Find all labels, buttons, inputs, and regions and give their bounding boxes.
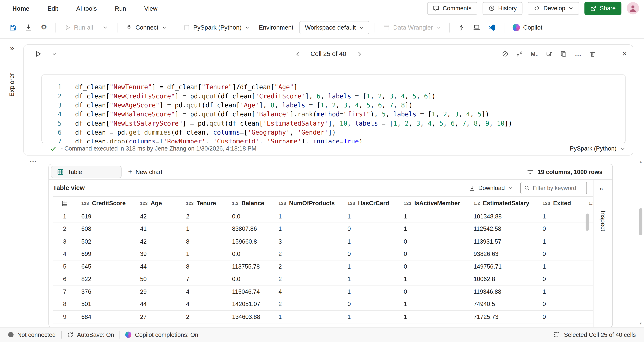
column-header-Balance[interactable]: 1.2Balance <box>227 200 274 207</box>
table-cell[interactable]: 2 <box>181 313 227 320</box>
table-cell[interactable]: 1 <box>399 226 468 232</box>
menu-ai-tools[interactable]: AI tools <box>76 5 97 12</box>
table-cell[interactable]: 42 <box>135 238 181 245</box>
workspace-selector[interactable]: Workspace default <box>300 21 370 34</box>
table-cell[interactable]: 8 <box>181 238 227 245</box>
table-cell[interactable]: 2 <box>274 276 343 282</box>
table-cell[interactable]: 1 <box>538 238 584 245</box>
table-cell[interactable]: 4 <box>181 301 227 307</box>
table-cell[interactable]: 0 <box>342 301 399 307</box>
code-line[interactable]: 3df_clean["NewAgeScore"] = pd.qcut(df_cl… <box>42 101 625 110</box>
table-row[interactable]: 7376294115046.74410119346.881 <box>53 285 593 298</box>
table-cell[interactable]: 1 <box>181 251 227 257</box>
table-cell[interactable]: 39 <box>135 251 181 257</box>
more-options-icon[interactable]: … <box>575 50 582 57</box>
selection-status[interactable]: Selected Cell 25 of 40 cells <box>554 331 636 338</box>
table-cell[interactable]: 7 <box>181 276 227 282</box>
edit-cell-icon[interactable] <box>546 51 552 57</box>
table-cell[interactable]: 1 <box>342 313 399 320</box>
menu-edit[interactable]: Edit <box>48 5 58 12</box>
table-cell[interactable]: 4 <box>181 288 227 295</box>
table-cell[interactable]: 27 <box>135 313 181 320</box>
code-line[interactable]: 2df_clean["NewCreditsScore"] = pd.qcut(d… <box>42 92 625 101</box>
table-cell[interactable]: 1 <box>342 288 399 295</box>
table-cell[interactable]: 1 <box>181 226 227 232</box>
table-cell[interactable]: 501 <box>76 301 135 307</box>
quick-actions-icon[interactable] <box>455 21 467 33</box>
column-header-Exited[interactable]: 123Exited <box>538 200 584 207</box>
table-cell[interactable]: 0.0 <box>227 213 274 220</box>
table-cell[interactable]: 2 <box>274 251 343 257</box>
column-header-IsActiveMember[interactable]: 123IsActiveMember <box>399 200 468 207</box>
table-cell[interactable]: 119346.88 <box>468 288 538 295</box>
table-cell[interactable]: 159660.8 <box>227 238 274 245</box>
table-cell[interactable]: 0 <box>399 251 468 257</box>
cell-language-selector[interactable]: PySpark (Python) <box>570 145 626 152</box>
table-cell[interactable]: 1 <box>538 288 584 295</box>
table-cell[interactable]: 0.0 <box>227 276 274 282</box>
table-cell[interactable]: 44 <box>135 301 181 307</box>
table-cell[interactable]: 42 <box>135 213 181 220</box>
page-scrollbar[interactable]: ▲ ▼ <box>638 159 644 326</box>
filter-search-box[interactable] <box>520 182 587 194</box>
table-row[interactable]: 5645448113755.78210149756.711 <box>53 260 593 273</box>
table-cell[interactable]: 101348.88 <box>468 213 538 220</box>
table-cell[interactable]: 0 <box>399 263 468 270</box>
expand-inspect-icon[interactable]: « <box>600 185 603 192</box>
table-cell[interactable]: 619 <box>76 213 135 220</box>
download-button[interactable]: Download <box>469 185 513 191</box>
avatar[interactable] <box>627 2 639 14</box>
table-cell[interactable]: 1 <box>274 226 343 232</box>
table-cell[interactable]: 1 <box>342 276 399 282</box>
collapse-cell-icon[interactable] <box>516 51 523 57</box>
table-cell[interactable]: 93826.63 <box>468 251 538 257</box>
column-header-CreditScore[interactable]: 123CreditScore <box>76 200 135 207</box>
kernel-selector[interactable]: PySpark (Python) <box>180 21 252 34</box>
table-cell[interactable]: 142051.07 <box>227 301 274 307</box>
code-line[interactable]: 6df_clean = pd.get_dummies(df_clean, col… <box>42 128 625 137</box>
table-cell[interactable]: 74940.5 <box>468 301 538 307</box>
settings-gear-icon[interactable]: ⚙ <box>38 21 50 33</box>
table-cell[interactable]: 149756.71 <box>468 263 538 270</box>
develop-button[interactable]: Develop <box>528 2 579 15</box>
run-options-chevron-icon[interactable] <box>52 51 57 57</box>
explorer-label[interactable]: Explorer <box>8 73 16 97</box>
table-cell[interactable]: 10062.8 <box>468 276 538 282</box>
history-button[interactable]: History <box>482 2 522 15</box>
close-icon[interactable]: ✕ <box>622 50 627 57</box>
table-cell[interactable]: 0 <box>399 288 468 295</box>
tab-table[interactable]: Table <box>51 165 122 178</box>
run-all-button[interactable]: Run all <box>61 21 96 34</box>
table-row[interactable]: 3502428159660.8310113931.571 <box>53 235 593 248</box>
environment-label[interactable]: Environment <box>256 21 296 34</box>
run-all-chevron-icon[interactable] <box>99 21 112 33</box>
table-cell[interactable]: 1 <box>342 238 399 245</box>
table-cell[interactable]: 44 <box>135 263 181 270</box>
table-cell[interactable]: 699 <box>76 251 135 257</box>
markdown-icon[interactable]: M↓ <box>531 51 538 57</box>
table-cell[interactable]: 1 <box>399 301 468 307</box>
table-cell[interactable]: 1 <box>274 313 343 320</box>
table-cell[interactable]: 0 <box>538 251 584 257</box>
table-row[interactable]: 8501444142051.0720174940.50 <box>53 298 593 311</box>
table-cell[interactable]: 2 <box>274 301 343 307</box>
column-header-EstimatedSalary[interactable]: 1.2EstimatedSalary <box>468 200 538 207</box>
table-cell[interactable]: 83807.86 <box>227 226 274 232</box>
column-header-extra[interactable]: 1.2 <box>584 201 593 206</box>
code-line[interactable]: 4df_clean["NewBalanceScore"] = pd.qcut(d… <box>42 110 625 119</box>
table-row[interactable]: 260841183807.86101112542.580 <box>53 223 593 235</box>
menu-home[interactable]: Home <box>12 5 29 12</box>
filter-keyword-input[interactable] <box>533 185 583 191</box>
next-cell-icon[interactable] <box>356 51 362 57</box>
table-cell[interactable]: 1 <box>399 313 468 320</box>
table-cell[interactable]: 0 <box>538 276 584 282</box>
column-header-HasCrCard[interactable]: 123HasCrCard <box>342 200 399 207</box>
add-cell-dots-icon[interactable]: … <box>30 155 37 164</box>
table-cell[interactable]: 1 <box>399 276 468 282</box>
copilot-completions-status[interactable]: Copilot completions: On <box>125 331 198 338</box>
page-scrollbar-thumb[interactable] <box>639 208 642 235</box>
table-cell[interactable]: 1 <box>538 213 584 220</box>
share-button[interactable]: Share <box>584 2 622 15</box>
comments-button[interactable]: Comments <box>427 2 477 15</box>
delete-cell-icon[interactable] <box>590 51 596 57</box>
